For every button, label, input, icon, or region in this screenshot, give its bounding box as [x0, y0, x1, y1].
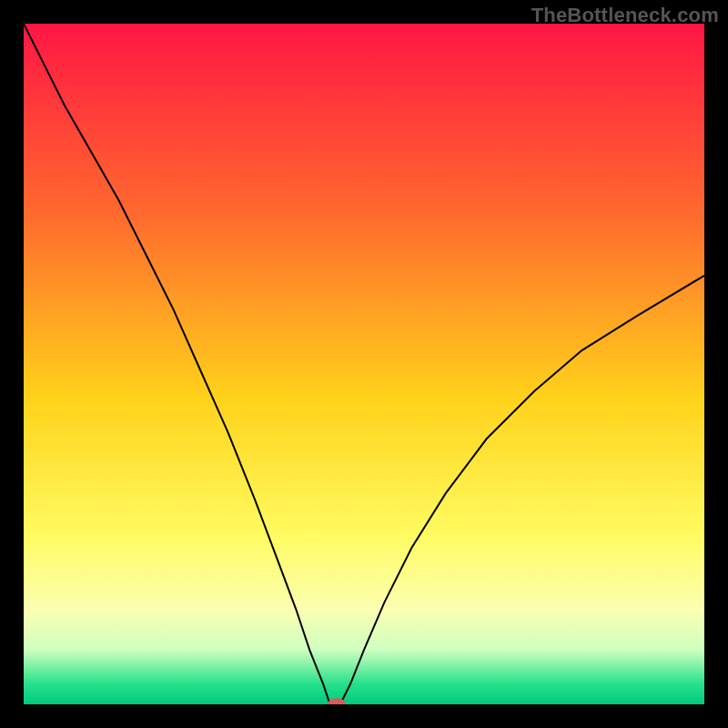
chart-background	[24, 24, 704, 704]
chart-svg	[24, 24, 704, 704]
chart-plot-area	[24, 24, 704, 704]
chart-frame: TheBottleneck.com	[0, 0, 728, 728]
